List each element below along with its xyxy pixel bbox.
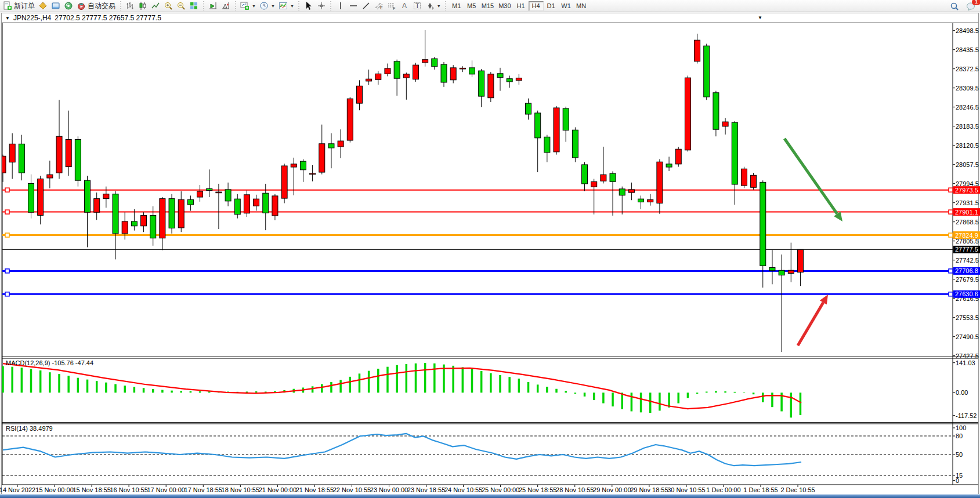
bottom-scrollbar[interactable] bbox=[0, 495, 980, 498]
candle-body bbox=[216, 192, 222, 193]
time-tick-label: 24 Nov 10:55 bbox=[444, 486, 482, 493]
time-tick-label: 15 Nov 00:00 bbox=[35, 486, 73, 493]
macd-indicator-label: MACD(12,26,9) -105.76 -47.44 bbox=[6, 359, 93, 366]
time-tick-label: 30 Nov 10:55 bbox=[667, 486, 705, 493]
time-tick-label: 25 Nov 00:00 bbox=[482, 486, 519, 493]
time-tick-label: 16 Nov 10:55 bbox=[110, 486, 147, 493]
time-tick-label: 29 Nov 18:55 bbox=[630, 486, 668, 493]
line-handle[interactable] bbox=[949, 233, 953, 237]
line-handle[interactable] bbox=[5, 269, 9, 273]
candle-body bbox=[450, 68, 456, 80]
candle-body bbox=[310, 173, 316, 175]
price-tick-label: 28309.5 bbox=[956, 85, 979, 92]
price-tag-label: 27777.5 bbox=[955, 246, 978, 253]
line-handle[interactable] bbox=[949, 210, 953, 214]
time-tick-label: 2 Dec 10:55 bbox=[780, 486, 815, 493]
candle-body bbox=[75, 139, 81, 180]
chart-canvas[interactable]: 28498.528435.528372.528309.528246.528183… bbox=[0, 0, 980, 498]
candle-body bbox=[178, 199, 184, 228]
candle bbox=[75, 136, 81, 186]
candle bbox=[347, 97, 353, 143]
line-handle[interactable] bbox=[949, 269, 953, 273]
price-tag-label: 27824.9 bbox=[955, 232, 978, 239]
candle-body bbox=[187, 199, 193, 205]
candle-body bbox=[300, 161, 306, 170]
line-handle[interactable] bbox=[5, 292, 9, 296]
candle-body bbox=[619, 189, 625, 195]
price-tick-label: 28246.5 bbox=[956, 104, 979, 111]
candle-body bbox=[497, 74, 503, 78]
candle-body bbox=[751, 175, 757, 187]
time-tick-label: 23 Nov 00:00 bbox=[370, 486, 408, 493]
price-tick-label: 28372.5 bbox=[956, 66, 979, 72]
current-price-tag[interactable]: 27777.5 bbox=[953, 246, 980, 253]
hline-price-tag[interactable]: 27973.5 bbox=[953, 186, 980, 194]
hline-price-tag[interactable]: 27824.9 bbox=[953, 231, 980, 239]
candle-body bbox=[254, 199, 259, 206]
candle-body bbox=[469, 68, 475, 74]
candle-body bbox=[788, 270, 794, 273]
candle-body bbox=[563, 108, 569, 130]
candle-body bbox=[141, 215, 147, 226]
candle-body bbox=[769, 268, 775, 271]
candle-body bbox=[56, 136, 62, 173]
candle-body bbox=[338, 141, 343, 147]
candle-body bbox=[38, 179, 44, 216]
candle-body bbox=[516, 78, 522, 81]
candle bbox=[244, 190, 249, 217]
hline-price-tag[interactable]: 27901.1 bbox=[953, 208, 980, 216]
candle-body bbox=[591, 181, 597, 187]
price-tick-label: 27427.5 bbox=[956, 352, 979, 359]
candle-body bbox=[413, 65, 418, 79]
candle-body bbox=[695, 40, 700, 61]
price-tick-label: 27868.5 bbox=[956, 219, 979, 226]
line-handle[interactable] bbox=[5, 188, 9, 192]
candle-body bbox=[66, 139, 71, 166]
line-handle[interactable] bbox=[949, 188, 953, 192]
candle-body bbox=[197, 191, 203, 197]
candle-body bbox=[103, 194, 109, 199]
candle-body bbox=[628, 190, 634, 192]
rsi-tick-label: 0 bbox=[956, 477, 959, 484]
candle-body bbox=[601, 175, 606, 181]
candle-body bbox=[722, 122, 728, 126]
candle-body bbox=[544, 137, 550, 152]
rsi-indicator-label: RSI(14) 38.4979 bbox=[6, 425, 53, 432]
candle-body bbox=[272, 196, 278, 216]
candle-body bbox=[704, 46, 710, 97]
candle-body bbox=[741, 169, 747, 186]
candle-body bbox=[526, 103, 531, 114]
price-tag-label: 27630.6 bbox=[955, 290, 978, 297]
candle-body bbox=[713, 93, 719, 129]
candle bbox=[741, 167, 747, 188]
time-tick-label: 17 Nov 00:00 bbox=[147, 486, 185, 493]
time-tick-label: 1 Dec 00:00 bbox=[706, 486, 740, 493]
candle-body bbox=[19, 144, 24, 173]
candle-body bbox=[0, 156, 6, 173]
time-tick-label: 15 Nov 18:55 bbox=[73, 486, 110, 493]
macd-tick-label: 0.00 bbox=[956, 389, 968, 396]
candle-body bbox=[28, 183, 34, 212]
candle-body bbox=[150, 215, 156, 238]
candle-body bbox=[225, 190, 231, 201]
candle-body bbox=[169, 199, 175, 228]
hline-price-tag[interactable]: 27630.6 bbox=[953, 290, 980, 298]
time-axis[interactable]: 14 Nov 202215 Nov 00:0015 Nov 18:5516 No… bbox=[0, 485, 815, 493]
candle-body bbox=[244, 195, 249, 213]
candle-body bbox=[47, 175, 53, 178]
price-tick-label: 27742.5 bbox=[956, 257, 979, 264]
price-tick-label: 28183.5 bbox=[956, 123, 979, 130]
line-handle[interactable] bbox=[5, 210, 9, 214]
line-handle[interactable] bbox=[949, 292, 953, 296]
rsi-tick-label: 80 bbox=[956, 432, 963, 439]
price-tick-label: 28498.5 bbox=[956, 27, 979, 34]
candle-body bbox=[85, 180, 91, 212]
price-tick-label: 27490.5 bbox=[956, 333, 979, 340]
candle-body bbox=[657, 162, 663, 203]
candle-body bbox=[638, 199, 644, 202]
price-tick-label: 28120.5 bbox=[956, 142, 979, 149]
candle-body bbox=[9, 144, 15, 162]
hline-price-tag[interactable]: 27706.8 bbox=[953, 267, 980, 275]
candle bbox=[751, 173, 757, 190]
line-handle[interactable] bbox=[5, 233, 9, 237]
